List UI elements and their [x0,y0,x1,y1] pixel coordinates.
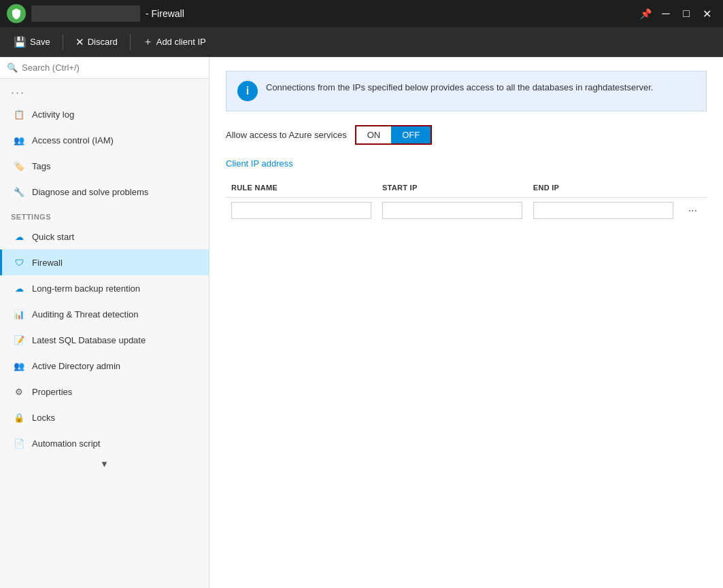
discard-button[interactable]: ✕ Discard [69,32,124,52]
settings-section-label: SETTINGS [0,205,209,224]
allow-access-label: Allow access to Azure services [226,130,347,140]
pin-button[interactable]: 📌 [636,4,655,23]
firewall-icon: 🛡 [13,256,25,269]
sidebar-item-label: Locks [32,413,55,423]
toolbar-separator-2 [130,34,131,50]
server-name-input[interactable] [31,5,140,22]
add-client-ip-button[interactable]: ＋ Add client IP [136,31,213,52]
col-end-ip: END IP [528,179,679,198]
sidebar-item-label: Diagnose and solve problems [32,187,148,197]
active-directory-icon: 👥 [13,360,25,372]
sidebar-item-auditing[interactable]: 📊 Auditing & Threat detection [0,301,209,327]
sidebar-item-locks[interactable]: 🔒 Locks [0,404,209,430]
sidebar-scroll: ... 📋 Activity log 👥 Access control (IAM… [0,79,209,588]
sidebar-item-active-directory[interactable]: 👥 Active Directory admin [0,353,209,379]
add-icon: ＋ [143,35,153,48]
close-button[interactable]: ✕ [697,4,716,23]
auditing-icon: 📊 [13,308,25,320]
sidebar-item-label: Long-term backup retention [32,283,140,294]
toolbar-separator [63,34,63,50]
access-control-icon: 👥 [13,134,25,146]
locks-icon: 🔒 [13,411,25,423]
sidebar-item-label: Firewall [32,258,63,268]
diagnose-icon: 🔧 [13,186,25,198]
minimize-button[interactable]: ─ [656,4,675,23]
col-start-ip: START IP [377,179,528,198]
save-icon: 💾 [14,36,27,48]
sidebar-item-activity-log[interactable]: 📋 Activity log [0,101,209,127]
toolbar: 💾 Save ✕ Discard ＋ Add client IP [0,27,723,57]
backup-icon: ☁ [13,282,25,294]
client-ip-label: Client IP address [226,158,707,169]
sidebar-item-label: Latest SQL Database update [32,335,146,345]
start-ip-input[interactable] [382,202,522,219]
search-icon: 🔍 [7,63,18,73]
maximize-button[interactable]: □ [677,4,696,23]
discard-icon: ✕ [75,36,84,48]
sidebar-item-tags[interactable]: 🏷️ Tags [0,153,209,179]
row-options-button[interactable]: ··· [684,203,701,218]
sidebar-item-firewall[interactable]: 🛡 Firewall [0,249,209,275]
title-bar: - Firewall 📌 ─ □ ✕ [0,0,723,27]
table-row: ··· [226,198,707,224]
scroll-down-indicator: ▼ [0,456,209,472]
info-icon: i [237,81,258,101]
sidebar-item-backup[interactable]: ☁ Long-term backup retention [0,275,209,301]
sidebar-item-label: Active Directory admin [32,361,120,371]
app-icon [7,4,26,23]
window-controls: 📌 ─ □ ✕ [636,4,716,23]
sidebar-item-label: Automation script [32,438,100,449]
sidebar-item-label: Properties [32,387,72,397]
sidebar-item-automation[interactable]: 📄 Automation script [0,430,209,456]
sidebar-item-access-control[interactable]: 👥 Access control (IAM) [0,127,209,153]
toggle-on-button[interactable]: ON [356,126,392,143]
allow-access-row: Allow access to Azure services ON OFF [226,125,707,145]
sidebar-item-label: Tags [32,161,50,171]
content-area: i Connections from the IPs specified bel… [209,57,723,588]
sidebar-item-label: Auditing & Threat detection [32,309,139,319]
automation-icon: 📄 [13,437,25,449]
rule-name-input[interactable] [231,202,371,219]
sidebar-item-label: Access control (IAM) [32,135,114,145]
quick-start-icon: ☁ [13,230,25,243]
main-layout: 🔍 ... 📋 Activity log 👥 Access control (I… [0,57,723,588]
sidebar-item-label: Activity log [32,109,74,120]
search-input[interactable] [22,63,202,73]
sidebar-ellipsis: ... [0,79,209,101]
save-button[interactable]: 💾 Save [7,32,57,52]
sidebar-item-label: Quick start [32,232,74,242]
sql-update-icon: 📝 [13,334,25,346]
toggle-group: ON OFF [355,125,433,145]
col-rule-name: RULE NAME [226,179,377,198]
toggle-off-button[interactable]: OFF [391,126,431,143]
sidebar-item-diagnose[interactable]: 🔧 Diagnose and solve problems [0,179,209,205]
tags-icon: 🏷️ [13,160,25,172]
end-ip-input[interactable] [533,202,673,219]
page-title: - Firewall [146,8,184,19]
info-text: Connections from the IPs specified below… [266,81,653,94]
sidebar: 🔍 ... 📋 Activity log 👥 Access control (I… [0,57,209,588]
firewall-table: RULE NAME START IP END IP ··· [226,179,707,223]
activity-log-icon: 📋 [13,108,25,120]
info-banner: i Connections from the IPs specified bel… [226,71,707,111]
sidebar-item-sql-update[interactable]: 📝 Latest SQL Database update [0,327,209,353]
sidebar-item-quick-start[interactable]: ☁ Quick start [0,224,209,249]
properties-icon: ⚙ [13,385,25,398]
sidebar-item-properties[interactable]: ⚙ Properties [0,379,209,404]
search-bar: 🔍 [0,57,209,79]
